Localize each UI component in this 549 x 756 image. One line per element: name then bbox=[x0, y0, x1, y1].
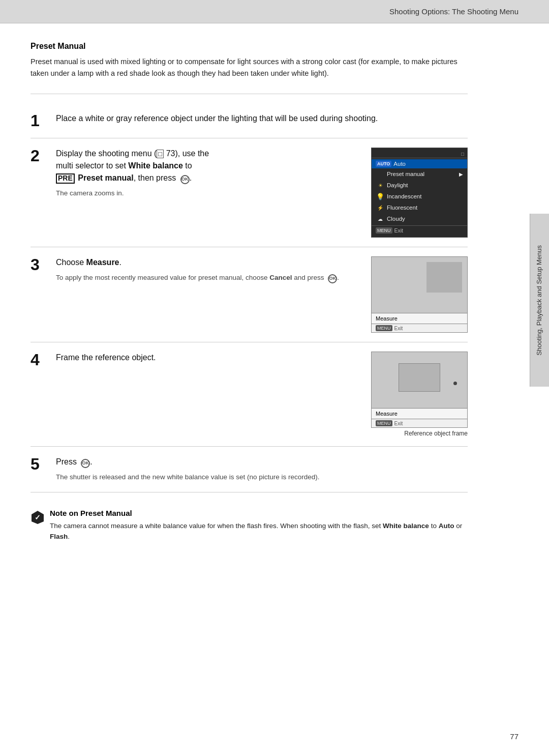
step-5-number: 5 bbox=[30, 456, 56, 472]
page: Shooting Options: The Shooting Menu Shoo… bbox=[0, 0, 549, 756]
screen-3-exit-label: Exit bbox=[394, 326, 403, 331]
svg-text:✓: ✓ bbox=[35, 513, 41, 521]
header-bar: Shooting Options: The Shooting Menu bbox=[0, 0, 549, 23]
note-text-d: . bbox=[68, 533, 70, 540]
step-1-text: Place a white or gray reference object u… bbox=[56, 112, 468, 125]
step-4-number: 4 bbox=[30, 352, 56, 368]
screen-3-footer: MENU Exit bbox=[372, 324, 467, 332]
section-title: Preset Manual bbox=[30, 42, 468, 51]
step-3-screen: Measure MENU Exit bbox=[371, 256, 468, 333]
step-2-sub-text: The camera zooms in. bbox=[56, 189, 124, 197]
menu-daylight-icon: ☀ bbox=[376, 181, 385, 189]
note-icon: ✓ bbox=[30, 510, 45, 524]
step-1-body: Place a white or gray reference object u… bbox=[56, 112, 468, 125]
menu-fluorescent-icon: ⚡ bbox=[376, 203, 385, 212]
step-3-bold: Measure bbox=[86, 258, 119, 267]
step-2-camera-menu: □ AUTO Auto Preset manual ▶ ☀ Daylight bbox=[371, 148, 468, 238]
step-4-text: Frame the reference object. bbox=[56, 352, 359, 364]
step-1-number: 1 bbox=[30, 112, 56, 129]
note-bold-c: Flash bbox=[50, 533, 68, 540]
side-tab-text: Shooting, Playback and Setup Menus bbox=[535, 245, 544, 356]
step-2-text: Display the shooting menu (□ 73), use th… bbox=[56, 148, 359, 184]
note-text-a: The camera cannot measure a white balanc… bbox=[50, 522, 383, 530]
menu-item-incandescent: 💡 Incandescent bbox=[372, 191, 467, 202]
menu-daylight-label: Daylight bbox=[387, 182, 408, 188]
step-2-number: 2 bbox=[30, 148, 56, 164]
side-tab: Shooting, Playback and Setup Menus bbox=[530, 214, 549, 387]
step-3-text: Choose Measure. bbox=[56, 256, 359, 269]
step-5-text: Press OK. bbox=[56, 456, 468, 468]
camera-screen-4: Measure MENU Exit bbox=[371, 352, 468, 428]
screen-4-footer: MENU Exit bbox=[372, 419, 467, 427]
menu-item-fluorescent: ⚡ Fluorescent bbox=[372, 202, 467, 213]
menu-preset-label: Preset manual bbox=[387, 171, 424, 177]
camera-screen-3: Measure MENU Exit bbox=[371, 256, 468, 333]
step-2-body: Display the shooting menu (□ 73), use th… bbox=[56, 148, 359, 198]
note-text: The camera cannot measure a white balanc… bbox=[50, 520, 468, 542]
step-1-row: 1 Place a white or gray reference object… bbox=[30, 103, 468, 138]
ref-frame-box bbox=[399, 363, 440, 392]
step-5-sub-text: The shutter is released and the new whit… bbox=[56, 473, 320, 481]
page-number: 77 bbox=[510, 732, 518, 741]
step-5-body: Press OK. The shutter is released and th… bbox=[56, 456, 468, 482]
step-1-content: Place a white or gray reference object u… bbox=[56, 114, 378, 123]
ok-circle-step2: OK bbox=[180, 175, 190, 184]
screen-4-exit-label: Exit bbox=[394, 421, 403, 426]
step-5-sub: The shutter is released and the new whit… bbox=[56, 472, 468, 482]
menu-item-auto: AUTO Auto bbox=[372, 159, 467, 168]
header-title: Shooting Options: The Shooting Menu bbox=[389, 7, 518, 16]
screen-4-menu-key: MENU bbox=[376, 420, 392, 426]
screen-3-display bbox=[372, 257, 467, 313]
note-bold-b: Auto bbox=[439, 522, 454, 530]
note-title: Note on Preset Manual bbox=[50, 509, 468, 517]
menu-incandescent-label: Incandescent bbox=[387, 193, 421, 199]
ok-circle-step3: OK bbox=[328, 274, 337, 283]
menu-cloudy-label: Cloudy bbox=[387, 216, 405, 222]
auto-badge: AUTO bbox=[376, 161, 391, 167]
note-text-b: to bbox=[429, 522, 439, 530]
menu-exit-label: Exit bbox=[394, 227, 404, 234]
menu-preset-icon bbox=[376, 170, 385, 178]
divider-1 bbox=[30, 94, 468, 94]
menu-item-daylight: ☀ Daylight bbox=[372, 180, 467, 191]
menu-incandescent-icon: 💡 bbox=[376, 192, 385, 200]
step-4-screen-container: Measure MENU Exit Reference object frame bbox=[371, 352, 468, 437]
menu-preset-arrow: ▶ bbox=[459, 171, 463, 177]
step-4-body: Frame the reference object. bbox=[56, 352, 359, 364]
main-content: Preset Manual Preset manual is used with… bbox=[0, 23, 498, 573]
screen-4-display bbox=[372, 352, 467, 408]
step-4-row: 4 Frame the reference object. Measure ME… bbox=[30, 342, 468, 447]
dot-indicator bbox=[453, 382, 457, 385]
note-section: ✓ Note on Preset Manual The camera canno… bbox=[30, 509, 468, 542]
step-3-sub: To apply the most recently measured valu… bbox=[56, 273, 359, 283]
camera-menu-footer: MENU Exit bbox=[372, 225, 467, 235]
screen-3-menu-key: MENU bbox=[376, 325, 392, 331]
step-2-row: 2 Display the shooting menu (□ 73), use … bbox=[30, 138, 468, 247]
menu-item-cloudy: ☁ Cloudy bbox=[372, 213, 467, 224]
camera-menu: □ AUTO Auto Preset manual ▶ ☀ Daylight bbox=[371, 148, 468, 238]
screen-4-bar: Measure bbox=[372, 408, 467, 419]
screen-3-bar: Measure bbox=[372, 313, 467, 324]
menu-auto-label: Auto bbox=[393, 161, 406, 167]
step-3-body: Choose Measure. To apply the most recent… bbox=[56, 256, 359, 283]
pre-badge: PRE bbox=[56, 173, 75, 183]
note-icon-container: ✓ bbox=[30, 510, 45, 526]
section-intro: Preset manual is used with mixed lightin… bbox=[30, 56, 468, 79]
menu-key: MENU bbox=[376, 227, 392, 234]
screen-3-inner bbox=[426, 262, 462, 293]
menu-fluorescent-label: Fluorescent bbox=[387, 205, 417, 211]
step-3-number: 3 bbox=[30, 256, 56, 273]
note-text-c: or bbox=[454, 522, 462, 530]
step-2-sub: The camera zooms in. bbox=[56, 188, 359, 198]
ref-caption: Reference object frame bbox=[371, 430, 468, 437]
menu-cloudy-icon: ☁ bbox=[376, 215, 385, 223]
note-bold-a: White balance bbox=[383, 522, 429, 530]
screen-3-measure-label: Measure bbox=[376, 315, 398, 322]
step-3-row: 3 Choose Measure. To apply the most rece… bbox=[30, 247, 468, 342]
screen-4-measure-label: Measure bbox=[376, 411, 398, 417]
note-content: Note on Preset Manual The camera cannot … bbox=[50, 509, 468, 542]
ok-circle-step5: OK bbox=[81, 459, 90, 468]
menu-item-preset: Preset manual ▶ bbox=[372, 168, 467, 180]
step-5-row: 5 Press OK. The shutter is released and … bbox=[30, 447, 468, 492]
